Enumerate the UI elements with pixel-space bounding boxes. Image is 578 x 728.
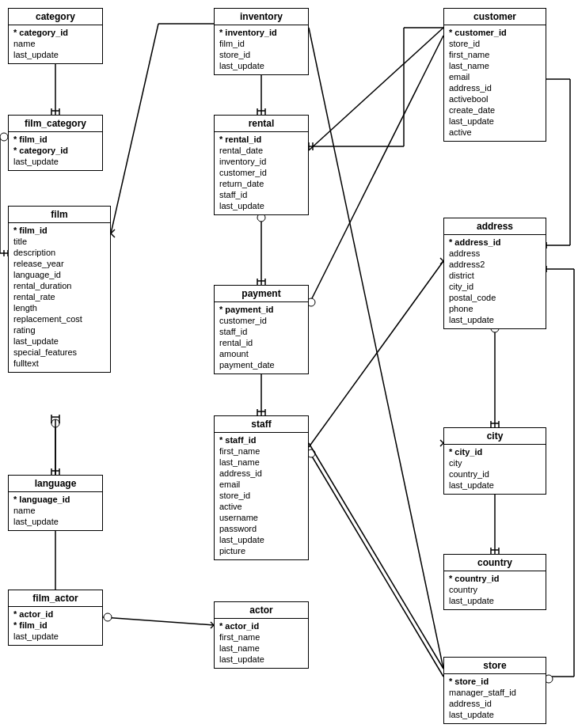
field-film_actor-1: * film_id [13,620,97,631]
field-actor-1: first_name [219,631,303,643]
table-payment: payment* payment_idcustomer_idstaff_idre… [214,285,309,374]
field-staff-4: email [219,479,303,490]
svg-line-48 [309,451,443,677]
table-city: city* city_idcitycountry_idlast_update [443,427,546,495]
table-header-staff: staff [215,416,308,433]
field-inventory-2: store_id [219,49,303,60]
field-address-7: last_update [449,314,541,325]
field-payment-3: rental_id [219,337,303,348]
field-store-2: address_id [449,698,541,709]
field-address-0: * address_id [449,237,541,248]
svg-line-38 [309,36,443,305]
table-header-country: country [444,555,546,571]
field-film-8: replacement_cost [13,313,105,324]
svg-line-69 [103,617,214,625]
field-city-2: country_id [449,468,541,480]
field-address-5: postal_code [449,292,541,303]
field-customer-1: store_id [449,38,541,49]
field-payment-5: payment_date [219,359,303,370]
field-country-2: last_update [449,595,541,606]
table-film: film* film_idtitledescriptionrelease_yea… [8,206,111,373]
field-payment-0: * payment_id [219,304,303,315]
field-rental-5: staff_id [219,189,303,200]
field-staff-8: password [219,523,303,534]
svg-point-70 [104,613,112,621]
field-staff-1: first_name [219,446,303,457]
field-customer-2: first_name [449,49,541,60]
field-staff-2: last_name [219,457,303,468]
table-header-actor: actor [215,602,308,619]
svg-line-14 [111,24,158,233]
table-header-address: address [444,218,546,235]
table-header-inventory: inventory [215,9,308,25]
field-address-1: address [449,248,541,259]
field-store-3: last_update [449,709,541,720]
field-film-7: length [13,302,105,313]
field-film_actor-0: * actor_id [13,609,97,620]
field-inventory-0: * inventory_id [219,27,303,38]
table-header-film_category: film_category [9,116,102,132]
field-address-4: city_id [449,281,541,292]
field-store-1: manager_staff_id [449,687,541,698]
field-city-3: last_update [449,480,541,491]
svg-point-12 [0,133,8,141]
field-country-1: country [449,584,541,595]
field-address-6: phone [449,303,541,314]
svg-line-82 [309,28,443,669]
table-film_actor: film_actor* actor_id* film_idlast_update [8,590,103,646]
table-actor: actor* actor_idfirst_namelast_namelast_u… [214,601,309,669]
field-rental-3: customer_id [219,167,303,178]
table-header-film_actor: film_actor [9,590,102,607]
field-address-2: address2 [449,259,541,270]
field-category-2: last_update [13,49,97,60]
field-film-4: language_id [13,269,105,280]
table-header-store: store [444,658,546,674]
field-film-3: release_year [13,258,105,269]
table-language: language* language_idnamelast_update [8,475,103,531]
field-actor-2: last_name [219,643,303,654]
field-staff-10: picture [219,545,303,556]
field-customer-0: * customer_id [449,27,541,38]
field-address-3: district [449,270,541,281]
field-country-0: * country_id [449,573,541,584]
svg-line-45 [309,261,443,447]
field-customer-6: activebool [449,93,541,104]
field-inventory-1: film_id [219,38,303,49]
field-staff-6: active [219,501,303,512]
table-header-payment: payment [215,286,308,302]
field-film-9: rating [13,324,105,336]
erd-diagram: category* category_idnamelast_updateinve… [0,0,578,728]
field-film-0: * film_id [13,225,105,236]
field-film-12: fulltext [13,358,105,369]
field-film_actor-2: last_update [13,631,97,642]
table-staff: staff* staff_idfirst_namelast_nameaddres… [214,415,309,560]
table-header-city: city [444,428,546,445]
field-film-1: title [13,236,105,247]
field-language-2: last_update [13,516,97,527]
field-staff-3: address_id [219,468,303,479]
svg-line-79 [309,443,443,669]
field-payment-1: customer_id [219,315,303,326]
field-actor-0: * actor_id [219,620,303,631]
field-customer-9: active [449,127,541,138]
field-film-6: rental_rate [13,291,105,302]
field-rental-6: last_update [219,200,303,211]
table-header-rental: rental [215,116,308,132]
field-customer-3: last_name [449,60,541,71]
field-rental-1: rental_date [219,145,303,156]
field-inventory-3: last_update [219,60,303,71]
field-customer-8: last_update [449,116,541,127]
field-customer-5: address_id [449,82,541,93]
svg-line-83 [309,28,443,150]
table-country: country* country_idcountrylast_update [443,554,546,610]
field-staff-0: * staff_id [219,434,303,446]
field-language-0: * language_id [13,494,97,505]
table-header-category: category [9,9,102,25]
table-rental: rental* rental_idrental_dateinventory_id… [214,115,309,215]
field-rental-0: * rental_id [219,134,303,145]
field-city-0: * city_id [449,446,541,457]
field-film-10: last_update [13,336,105,347]
field-city-1: city [449,457,541,468]
field-payment-2: staff_id [219,326,303,337]
field-film_category-2: last_update [13,156,97,167]
